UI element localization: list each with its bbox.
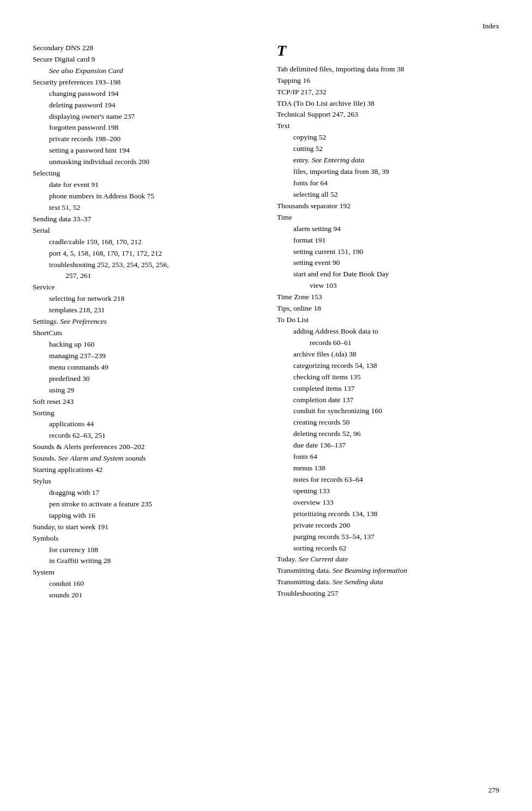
list-item: copying 52	[277, 132, 499, 143]
list-item: templates 218, 231	[33, 305, 255, 316]
list-item: troubleshooting 252, 253, 254, 255, 256,	[33, 259, 255, 271]
list-item: Security preferences 193–198	[33, 77, 255, 88]
list-item: Time	[277, 212, 499, 223]
list-item: Thousands separator 192	[277, 201, 499, 212]
list-item: changing password 194	[33, 88, 255, 100]
list-item: Stylus	[33, 476, 255, 487]
list-item: private records 200	[277, 520, 499, 531]
list-item: adding Address Book data to	[277, 326, 499, 337]
header-title: Index	[482, 22, 499, 30]
list-item: archive files (.tda) 38	[277, 349, 499, 360]
list-item: Service	[33, 282, 255, 293]
list-item: applications 44	[33, 419, 255, 430]
list-item: setting current 151, 190	[277, 246, 499, 258]
list-item: cutting 52	[277, 143, 499, 155]
list-item: Sounds. See Alarm and System sounds	[33, 453, 255, 464]
columns: Secondary DNS 228Secure Digital card 9Se…	[33, 43, 499, 601]
list-item: Troubleshooting 257	[277, 588, 499, 600]
list-item: setting a password hint 194	[33, 145, 255, 156]
list-item: in Graffiti writing 28	[33, 555, 255, 567]
list-item: Starting applications 42	[33, 464, 255, 476]
list-item: deleting records 52, 96	[277, 428, 499, 440]
list-item: Today. See Current date	[277, 554, 499, 565]
list-item: ShortCuts	[33, 328, 255, 339]
list-item: text 51, 52	[33, 202, 255, 214]
list-item: creating records 50	[277, 417, 499, 428]
list-item: completed items 137	[277, 383, 499, 395]
list-item: Settings. See Preferences	[33, 316, 255, 328]
list-item: TDA (To Do List archive file) 38	[277, 98, 499, 110]
list-item: purging records 53–54, 137	[277, 531, 499, 543]
list-item: for currency 108	[33, 544, 255, 556]
section-letter-t: T	[277, 43, 499, 59]
list-item: To Do List	[277, 314, 499, 326]
list-item: unmasking individual records 200	[33, 156, 255, 168]
list-item: using 29	[33, 385, 255, 396]
list-item: Tab delimited files, importing data from…	[277, 64, 499, 75]
right-column: TTab delimited files, importing data fro…	[277, 43, 499, 600]
list-item: Technical Support 247, 263	[277, 109, 499, 120]
list-item: conduit for synchronizing 160	[277, 406, 499, 417]
list-item: deleting password 194	[33, 100, 255, 111]
list-item: records 60–61	[277, 337, 499, 349]
list-item: TCP/IP 217, 232	[277, 87, 499, 98]
list-item: See also Expansion Card	[33, 65, 255, 77]
list-item: alarm setting 94	[277, 223, 499, 235]
list-item: sounds 201	[33, 590, 255, 601]
list-item: Time Zone 153	[277, 292, 499, 303]
list-item: Sounds & Alerts preferences 200–202	[33, 441, 255, 453]
page: Index Secondary DNS 228Secure Digital ca…	[0, 0, 532, 811]
list-item: entry. See Entering data	[277, 155, 499, 166]
page-number: 279	[488, 786, 499, 795]
list-item: Transmitting data. See Beaming informati…	[277, 565, 499, 577]
list-item: selecting all 52	[277, 189, 499, 201]
list-item: managing 237–239	[33, 350, 255, 362]
list-item: checking off items 135	[277, 372, 499, 383]
list-item: Selecting	[33, 168, 255, 179]
list-item: Transmitting data. See Sending data	[277, 577, 499, 588]
list-item: Symbols	[33, 533, 255, 544]
list-item: port 4, 5, 158, 168, 170, 171, 172, 212	[33, 248, 255, 259]
list-item: completion date 137	[277, 395, 499, 406]
list-item: overview 133	[277, 497, 499, 509]
list-item: records 62–63, 251	[33, 430, 255, 441]
list-item: fonts 64	[277, 451, 499, 463]
list-item: Tapping 16	[277, 75, 499, 87]
list-item: Tips, online 18	[277, 303, 499, 314]
page-header: Index	[33, 22, 499, 33]
list-item: Secure Digital card 9	[33, 54, 255, 65]
list-item: pen stroke to activate a feature 235	[33, 499, 255, 510]
list-item: predefined 30	[33, 373, 255, 385]
list-item: Secondary DNS 228	[33, 43, 255, 54]
list-item: due date 136–137	[277, 440, 499, 451]
list-item: phone numbers in Address Book 75	[33, 191, 255, 202]
list-item: fonts for 64	[277, 178, 499, 189]
left-column: Secondary DNS 228Secure Digital card 9Se…	[33, 43, 255, 601]
list-item: backing up 160	[33, 339, 255, 350]
list-item: Soft reset 243	[33, 396, 255, 408]
list-item: Sorting	[33, 408, 255, 419]
list-item: sorting records 62	[277, 543, 499, 554]
list-item: System	[33, 567, 255, 578]
list-item: private records 198–200	[33, 134, 255, 145]
list-item: files, importing data from 38, 39	[277, 166, 499, 178]
list-item: setting event 90	[277, 257, 499, 269]
list-item: Serial	[33, 225, 255, 237]
list-item: conduit 160	[33, 578, 255, 590]
list-item: forgotten password 198	[33, 122, 255, 134]
list-item: view 103	[277, 280, 499, 292]
list-item: dragging with 17	[33, 487, 255, 499]
list-item: menu commands 49	[33, 362, 255, 373]
list-item: categorizing records 54, 138	[277, 360, 499, 372]
list-item: notes for records 63–64	[277, 474, 499, 486]
list-item: 257, 261	[33, 270, 255, 282]
list-item: menus 138	[277, 463, 499, 474]
list-item: Sunday, to start week 191	[33, 522, 255, 533]
list-item: start and end for Date Book Day	[277, 269, 499, 280]
list-item: format 191	[277, 235, 499, 246]
list-item: date for event 91	[33, 179, 255, 191]
list-item: tapping with 16	[33, 510, 255, 522]
list-item: selecting for network 218	[33, 293, 255, 305]
list-item: prioritizing records 134, 138	[277, 509, 499, 520]
list-item: cradle/cable 159, 168, 170, 212	[33, 237, 255, 248]
